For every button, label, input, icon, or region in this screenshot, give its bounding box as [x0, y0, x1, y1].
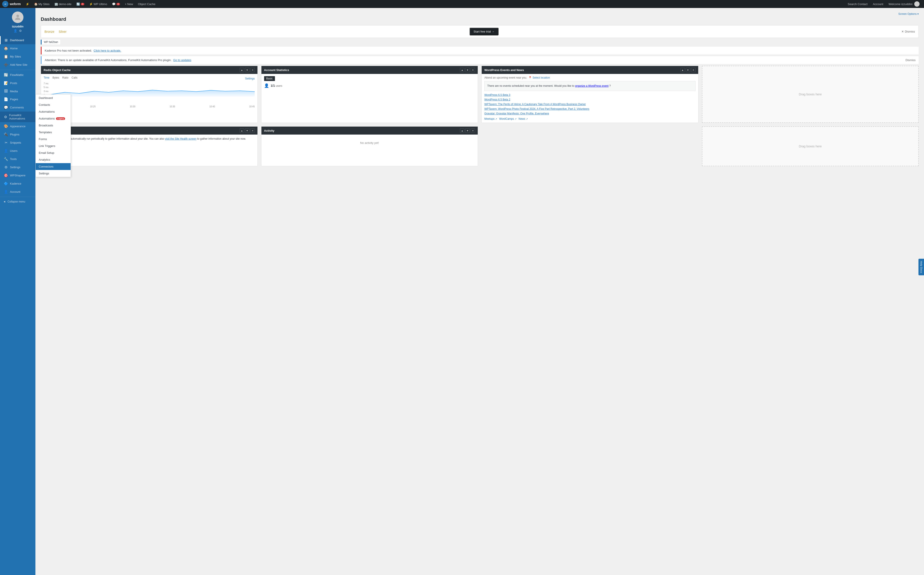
redis-close-btn[interactable]: ✕: [250, 68, 255, 72]
updates-badge: 3: [81, 3, 84, 5]
select-location-link[interactable]: 📍 Select location: [529, 76, 550, 79]
news-link[interactable]: News ↗: [519, 117, 528, 121]
sidebar-item-users[interactable]: 👤 Users: [0, 147, 35, 155]
adminbar-demo-site[interactable]: 🏢 demo-site: [52, 0, 74, 8]
events-close-btn[interactable]: ✕: [691, 68, 695, 72]
act-expand-btn[interactable]: ▲: [460, 129, 464, 133]
adminbar-object-cache[interactable]: Object Cache: [136, 0, 158, 8]
welcome-message[interactable]: Welcome izzuddini: [886, 0, 922, 8]
submenu-contacts[interactable]: Contacts: [36, 102, 71, 108]
redis-tab-time[interactable]: Time: [44, 76, 49, 79]
sidebar-item-home[interactable]: 🏠 Home: [0, 44, 35, 52]
acct-expand-btn[interactable]: ▲: [460, 68, 464, 72]
event-link-1[interactable]: WordPress 6.5 Beta 2: [484, 98, 510, 101]
redis-collapse-btn[interactable]: ▼: [245, 68, 249, 72]
help-docs-tab[interactable]: Help Docs: [918, 259, 924, 275]
site-health-link[interactable]: visit the Site Health screen: [165, 137, 196, 140]
adminbar-new[interactable]: + New: [123, 0, 135, 8]
activity-body: No activity yet!: [262, 135, 478, 151]
go-to-updates-link[interactable]: Go to updates: [173, 59, 191, 62]
adminbar-my-sites[interactable]: 🏠 My Sites: [32, 0, 52, 8]
submenu-analytics[interactable]: Analytics: [36, 156, 71, 163]
kadence-activate-link[interactable]: Click here to activate.: [94, 49, 121, 52]
account-link[interactable]: Account: [871, 0, 886, 8]
page-title: Dashboard: [41, 16, 919, 22]
dismiss-trial-button[interactable]: ✕ Dismiss: [902, 30, 915, 33]
redis-tab-calls[interactable]: Calls: [71, 76, 78, 79]
sidebar-item-settings[interactable]: ⚙ Settings: [0, 163, 35, 171]
sidebar-item-tools[interactable]: 🔧 Tools: [0, 155, 35, 163]
list-item: WordPress 6.5 Beta 2: [484, 98, 695, 101]
sh-close-btn[interactable]: ✕: [250, 129, 255, 133]
meetups-link[interactable]: Meetups ↗: [484, 117, 497, 121]
act-collapse-btn[interactable]: ▼: [465, 129, 470, 133]
collapse-menu[interactable]: ◄ Collapse menu: [0, 198, 35, 205]
sidebar-item-my-sites[interactable]: 📋 My Sites: [0, 52, 35, 60]
screen-options[interactable]: Screen Options ▾: [41, 13, 919, 16]
sidebar-item-snippets[interactable]: ✂ Snippets: [0, 138, 35, 147]
act-close-btn[interactable]: ✕: [471, 129, 475, 133]
submenu-automations-legacy[interactable]: Automations Legacy: [36, 115, 71, 122]
redis-expand-btn[interactable]: ▲: [240, 68, 244, 72]
organize-event-link[interactable]: organize a WordPress event: [575, 84, 608, 87]
submenu-broadcasts[interactable]: Broadcasts: [36, 122, 71, 129]
redis-widget-controls: ▲ ▼ ✕: [240, 68, 255, 72]
sidebar-item-comments[interactable]: 💬 Comments: [0, 103, 35, 111]
sidebar-item-flowmattic[interactable]: 🔄 FlowMattic: [0, 71, 35, 79]
sh-collapse-btn[interactable]: ▼: [245, 129, 249, 133]
event-link-2[interactable]: WPTavern: The Perils of Hiring: A Cautio…: [484, 103, 586, 106]
redis-tab-bytes[interactable]: Bytes: [52, 76, 59, 79]
events-expand-btn[interactable]: ▲: [681, 68, 685, 72]
adminbar-wf[interactable]: ⚡: [24, 0, 32, 8]
sidebar-item-appearance[interactable]: 🎨 Appearance: [0, 122, 35, 130]
redis-chart-main: [50, 82, 255, 100]
sh-expand-btn[interactable]: ▲: [240, 129, 244, 133]
silver-link[interactable]: Silver: [59, 30, 67, 33]
sidebar-item-media[interactable]: 🖼 Media: [0, 87, 35, 95]
sidebar-item-funnelkit[interactable]: ⚙ FunnelKit Automations: [0, 111, 35, 122]
event-link-4[interactable]: Gravatar: Gravatar Manifesto: One Profil…: [484, 112, 549, 115]
add-icon: ➕: [4, 63, 8, 67]
sidebar-item-plugins[interactable]: 🔌 Plugins: [0, 130, 35, 138]
sidebar-item-pages[interactable]: 📄 Pages: [0, 95, 35, 103]
submenu-email-setup[interactable]: Email Setup: [36, 149, 71, 156]
redis-settings-link[interactable]: Settings: [245, 77, 255, 80]
wordcamps-link[interactable]: WordCamps ↗: [499, 117, 516, 121]
adminbar-wp-ultimo[interactable]: ⚡ WP Ultimo: [87, 0, 110, 8]
bronze-link[interactable]: Bronze: [44, 30, 54, 33]
sidebar-item-wpshapere[interactable]: 🎯 WPShapere: [0, 171, 35, 179]
adminbar-comments[interactable]: 💬 0: [110, 0, 122, 8]
submenu-settings[interactable]: Settings: [36, 170, 71, 177]
drag-box-2: Drag boxes here: [702, 126, 919, 166]
avatar: [12, 11, 24, 23]
user-settings-icon[interactable]: ⚙: [19, 29, 22, 33]
site-logo[interactable]: wf weform: [2, 1, 21, 7]
submenu-automations[interactable]: Automations: [36, 108, 71, 115]
submenu-forms[interactable]: Forms: [36, 136, 71, 143]
events-collapse-btn[interactable]: ▼: [686, 68, 690, 72]
sidebar-item-posts[interactable]: 📝 Posts: [0, 79, 35, 87]
search-contact-link[interactable]: Search Contact: [845, 0, 870, 8]
user-profile-icon[interactable]: 👤: [14, 29, 17, 33]
sidebar-item-dashboard[interactable]: ⊞ Dashboard: [0, 36, 35, 44]
redis-chart-svg: [50, 82, 255, 98]
acct-collapse-btn[interactable]: ▼: [465, 68, 470, 72]
sidebar-item-kadence[interactable]: 🔷 Kadence: [0, 179, 35, 188]
submenu-dashboard[interactable]: Dashboard: [36, 95, 71, 102]
event-link-0[interactable]: WordPress 6.5 Beta 3: [484, 94, 510, 97]
submenu-link-triggers[interactable]: Link Triggers: [36, 143, 71, 149]
avatar-small: [914, 1, 919, 6]
start-trial-button[interactable]: Start free trial →: [470, 28, 499, 35]
submenu-connectors[interactable]: Connectors: [36, 163, 71, 170]
sidebar-item-account[interactable]: 👤 Account: [0, 188, 35, 196]
sidebar-item-add-new-site[interactable]: ➕ Add New Site: [0, 60, 35, 69]
submenu-templates[interactable]: Templates: [36, 129, 71, 136]
external-icon: ↗: [526, 118, 528, 120]
funnelkit-notice-dismiss[interactable]: Dismiss: [906, 59, 916, 62]
redis-tab-ratio[interactable]: Ratio: [62, 76, 68, 79]
adminbar-updates[interactable]: 🔄 3: [74, 0, 87, 8]
site-health-widget: Site Health Status ▲ ▼ ✕ Site health che…: [41, 126, 258, 166]
event-link-3[interactable]: WPTavern: WordPress Photo Festival 2024,…: [484, 107, 589, 110]
event-links-list: WordPress 6.5 Beta 3 WordPress 6.5 Beta …: [484, 93, 695, 115]
acct-close-btn[interactable]: ✕: [471, 68, 475, 72]
